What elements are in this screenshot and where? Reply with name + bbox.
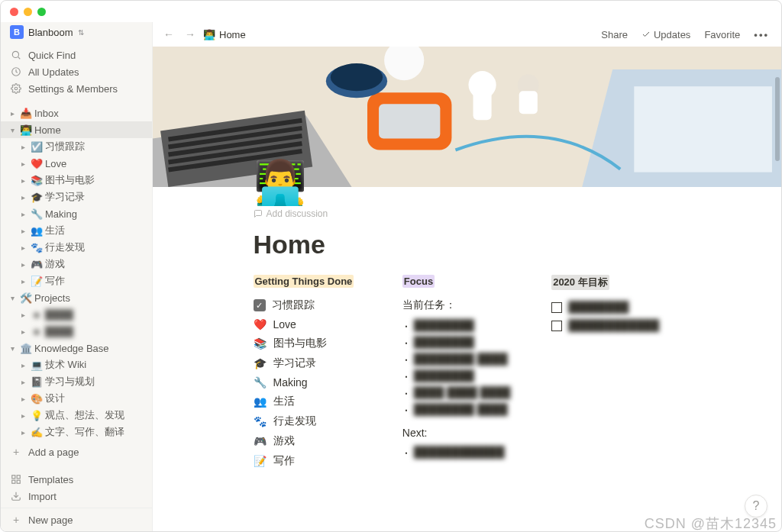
- svg-rect-25: [519, 91, 538, 114]
- caret-icon[interactable]: ▸: [18, 192, 28, 202]
- bullet-item[interactable]: ████████: [406, 317, 532, 334]
- back-button[interactable]: ←: [160, 26, 177, 43]
- tree-emoji: ❤️: [30, 158, 44, 169]
- maximize-window-dot[interactable]: [37, 8, 46, 16]
- forward-button[interactable]: →: [182, 26, 199, 43]
- caret-icon[interactable]: ▸: [18, 276, 28, 286]
- svg-rect-16: [473, 91, 492, 120]
- tree-page[interactable]: ▸💻技术 Wiki: [1, 356, 152, 373]
- tree-page[interactable]: ▸✍️文字、写作、翻译: [1, 424, 152, 440]
- bullet-item[interactable]: ████████: [406, 334, 532, 350]
- gtd-item[interactable]: ✓习惯跟踪: [254, 295, 383, 315]
- share-button[interactable]: Share: [596, 27, 632, 42]
- settings-members[interactable]: Settings & Members: [1, 80, 152, 97]
- tree-page[interactable]: ▸■████: [1, 306, 152, 323]
- caret-icon[interactable]: ▸: [18, 208, 28, 219]
- caret-icon[interactable]: ▸: [18, 225, 28, 236]
- goal-task[interactable]: ████████████: [551, 316, 680, 334]
- gtd-item[interactable]: 📚图书与电影: [254, 334, 383, 353]
- tree-section[interactable]: ▸📥Inbox: [1, 105, 152, 121]
- all-updates[interactable]: All Updates: [1, 63, 152, 80]
- close-window-dot[interactable]: [10, 8, 18, 16]
- page-icon[interactable]: 👨‍💻: [254, 161, 307, 204]
- content-scroll[interactable]: 👨‍💻 Add discussion Home Getting Things D…: [153, 47, 781, 531]
- bullet-item[interactable]: ████████ ████: [406, 350, 532, 367]
- caret-icon[interactable]: ▸: [18, 309, 28, 320]
- gtd-item[interactable]: 🎓学习记录: [254, 353, 383, 373]
- favorite-button[interactable]: Favorite: [700, 27, 745, 42]
- tree-section[interactable]: ▾👨‍💻Home: [1, 121, 152, 138]
- tree-emoji: 🏛️: [19, 343, 33, 354]
- tree-page[interactable]: ▸🔧Making: [1, 205, 152, 222]
- add-page-link[interactable]: + Add a page: [1, 443, 152, 460]
- gtd-item[interactable]: ❤️Love: [254, 315, 383, 334]
- import-link[interactable]: Import: [1, 488, 152, 505]
- heading-focus[interactable]: Focus: [402, 275, 435, 288]
- workspace-switcher[interactable]: B Blanboom ⇅: [1, 22, 152, 47]
- heading-goals[interactable]: 2020 年目标: [551, 275, 609, 290]
- scrollbar[interactable]: [774, 47, 780, 531]
- caret-icon[interactable]: ▸: [18, 393, 28, 404]
- caret-icon[interactable]: ▾: [7, 343, 18, 353]
- cover-image[interactable]: [153, 47, 781, 187]
- caret-icon[interactable]: ▸: [7, 108, 18, 118]
- gtd-item[interactable]: 🐾行走发现: [254, 411, 383, 431]
- page-title[interactable]: Home: [254, 230, 681, 260]
- caret-icon[interactable]: ▾: [7, 292, 18, 303]
- updates-button[interactable]: Updates: [637, 27, 695, 42]
- tree-page[interactable]: ▸💡观点、想法、发现: [1, 407, 152, 424]
- checkbox-icon[interactable]: [551, 321, 562, 331]
- tree-page[interactable]: ▸📚图书与电影: [1, 172, 152, 189]
- caret-icon[interactable]: ▸: [18, 242, 28, 253]
- new-page-link[interactable]: + New page: [1, 511, 152, 528]
- templates-link[interactable]: Templates: [1, 471, 152, 488]
- gtd-item[interactable]: 📝写作: [254, 451, 383, 471]
- tree-page[interactable]: ▸■████: [1, 323, 152, 340]
- caret-icon[interactable]: ▸: [18, 427, 28, 437]
- tree-label: Love: [45, 158, 66, 169]
- caret-icon[interactable]: ▸: [18, 360, 28, 370]
- download-icon: [10, 490, 22, 502]
- caret-icon[interactable]: ▸: [18, 326, 28, 337]
- tree-page[interactable]: ▸🎮游戏: [1, 256, 152, 272]
- more-menu-button[interactable]: •••: [749, 27, 774, 42]
- caret-icon[interactable]: ▸: [18, 141, 28, 152]
- tree-page[interactable]: ▸🎓学习记录: [1, 189, 152, 205]
- bullet-item[interactable]: ████████ ████: [406, 401, 532, 418]
- gtd-item[interactable]: 🎮游戏: [254, 431, 383, 451]
- tree-page[interactable]: ▸🎨设计: [1, 390, 152, 407]
- tree-label: ████: [45, 326, 73, 337]
- breadcrumb[interactable]: 👨‍💻 Home: [203, 29, 246, 40]
- tree-emoji: 💡: [30, 410, 44, 421]
- tree-label: Inbox: [34, 108, 59, 119]
- tree-label: 学习与规划: [45, 375, 95, 389]
- tree-emoji: 🎓: [30, 192, 44, 203]
- bullet-item[interactable]: ████████: [406, 367, 532, 384]
- tree-section[interactable]: ▾🛠️Projects: [1, 289, 152, 306]
- gtd-item[interactable]: 👥生活: [254, 392, 383, 411]
- caret-icon[interactable]: ▸: [18, 158, 28, 169]
- help-button[interactable]: ?: [745, 495, 767, 517]
- caret-icon[interactable]: ▸: [18, 259, 28, 269]
- scrollbar-thumb[interactable]: [775, 77, 780, 161]
- goal-task[interactable]: ████████: [551, 298, 680, 316]
- bullet-item[interactable]: ████ ████ ████: [406, 384, 532, 401]
- bullet-item[interactable]: ████████████: [406, 443, 532, 460]
- caret-icon[interactable]: ▸: [18, 410, 28, 421]
- item-emoji: 📚: [254, 337, 267, 350]
- heading-gtd[interactable]: Getting Things Done: [254, 275, 354, 288]
- tree-section[interactable]: ▾🏛️Knowledge Base: [1, 340, 152, 356]
- quick-find[interactable]: Quick Find: [1, 47, 152, 63]
- minimize-window-dot[interactable]: [24, 8, 32, 16]
- tree-page[interactable]: ▸👥生活: [1, 222, 152, 239]
- tree-page[interactable]: ▸📓学习与规划: [1, 373, 152, 390]
- checkbox-icon[interactable]: [551, 302, 562, 313]
- tree-page[interactable]: ▸📝写作: [1, 272, 152, 289]
- tree-page[interactable]: ▸☑️习惯跟踪: [1, 138, 152, 155]
- caret-icon[interactable]: ▸: [18, 376, 28, 387]
- tree-page[interactable]: ▸🐾行走发现: [1, 239, 152, 256]
- tree-page[interactable]: ▸❤️Love: [1, 155, 152, 172]
- caret-icon[interactable]: ▸: [18, 175, 28, 185]
- caret-icon[interactable]: ▾: [7, 124, 18, 135]
- gtd-item[interactable]: 🔧Making: [254, 373, 383, 392]
